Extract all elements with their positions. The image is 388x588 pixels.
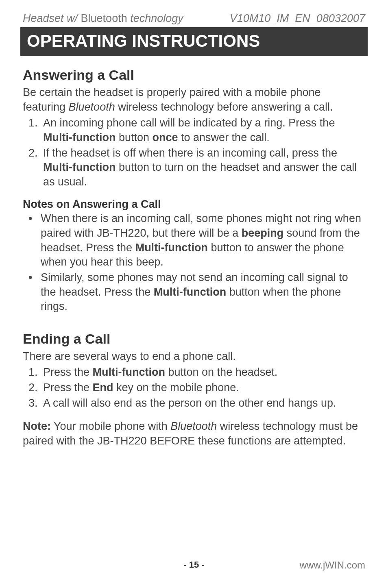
text: key on the mobile phone. <box>113 381 239 394</box>
text: to answer the call. <box>178 131 270 144</box>
text: Your mobile phone with <box>51 420 170 432</box>
notes-item-2: Similarly, some phones may not send an i… <box>23 270 365 314</box>
end-label: End <box>93 381 113 394</box>
header-left: Headset w/ Bluetooth technology <box>23 12 183 25</box>
answering-step-1: An incoming phone call will be indicated… <box>41 116 365 145</box>
bluetooth-label: Bluetooth <box>170 420 217 432</box>
banner-title: OPERATING INSTRUCTIONS <box>20 27 368 56</box>
notes-item-1: When there is an incoming call, some pho… <box>23 211 365 270</box>
text: If the headset is off when there is an i… <box>43 147 337 159</box>
multi-function-label: Multi-function <box>43 131 116 144</box>
answering-title: Answering a Call <box>23 67 365 83</box>
multi-function-label: Multi-function <box>43 161 116 173</box>
answering-step-2: If the headset is off when there is an i… <box>41 146 365 189</box>
footer: - 15 - www.jWIN.com <box>23 560 365 571</box>
multi-function-label: Multi-function <box>93 366 165 378</box>
ending-title: Ending a Call <box>23 331 365 347</box>
ending-step-3: A call will also end as the person on th… <box>41 396 365 411</box>
text: Press the <box>43 366 93 378</box>
text: button on the headset. <box>165 366 277 378</box>
header-right: V10M10_IM_EN_08032007 <box>230 12 365 25</box>
answering-steps: An incoming phone call will be indicated… <box>23 116 365 189</box>
header-left-pre: Headset w/ <box>23 12 81 24</box>
multi-function-label: Multi-function <box>154 286 226 298</box>
spacer <box>23 324 365 331</box>
answering-intro-post: wireless technology before answering a c… <box>115 101 333 113</box>
beeping-label: beeping <box>242 227 284 239</box>
once-label: once <box>153 131 178 144</box>
text: button <box>116 131 152 144</box>
ending-steps: Press the Multi-function button on the h… <box>23 365 365 410</box>
ending-intro: There are several ways to end a phone ca… <box>23 349 365 364</box>
note-label: Note: <box>23 420 51 432</box>
page-number: - 15 - <box>183 560 204 570</box>
text: An incoming phone call will be indicated… <box>43 117 335 129</box>
header-row: Headset w/ Bluetooth technology V10M10_I… <box>23 12 365 25</box>
notes-title: Notes on Answering a Call <box>23 198 365 211</box>
notes-list: When there is an incoming call, some pho… <box>23 211 365 314</box>
ending-step-2: Press the End key on the mobile phone. <box>41 381 365 395</box>
site-url: www.jWIN.com <box>300 560 365 571</box>
page: Headset w/ Bluetooth technology V10M10_I… <box>0 0 388 588</box>
text: Press the <box>43 381 93 394</box>
ending-step-1: Press the Multi-function button on the h… <box>41 365 365 380</box>
answering-intro-bluetooth: Bluetooth <box>69 101 115 113</box>
header-left-bluetooth: Bluetooth <box>81 12 127 24</box>
note-final: Note: Your mobile phone with Bluetooth w… <box>23 419 365 448</box>
multi-function-label: Multi-function <box>135 242 208 254</box>
answering-intro: Be certain the headset is properly paire… <box>23 85 365 114</box>
header-left-post: technology <box>127 12 183 24</box>
